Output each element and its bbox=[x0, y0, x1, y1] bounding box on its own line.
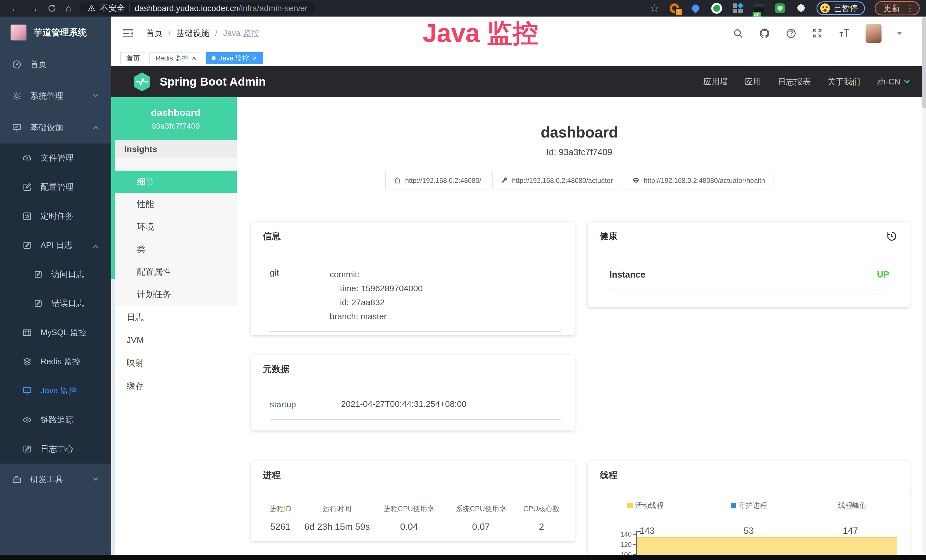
search-icon[interactable] bbox=[732, 28, 743, 39]
process-card: 进程 进程ID5261 运行时间6d 23h 15m 59s 进程CPU使用率0… bbox=[251, 461, 575, 541]
sidebar-item-infrastructure[interactable]: 基础设施 bbox=[0, 112, 111, 144]
sidebar-item-dev-tools[interactable]: 研发工具 bbox=[0, 463, 111, 495]
home-nav-icon[interactable]: ⌂ bbox=[66, 0, 71, 17]
reload-icon[interactable] bbox=[47, 4, 56, 13]
app-logo-row[interactable]: 芋道管理系统 bbox=[0, 17, 111, 48]
health-card-title: 健康 bbox=[600, 230, 617, 242]
tag-tabs-bar: 首页 Redis 监控 × Java 监控 × bbox=[111, 50, 922, 66]
sba-menu-environment[interactable]: 环境 bbox=[115, 216, 237, 238]
sba-nav-wallboard[interactable]: 应用墙 bbox=[703, 76, 728, 88]
sba-sidebar-scroll-thumb[interactable] bbox=[111, 97, 115, 279]
info-card: 信息 git commit: time: 1596289704000 id: 2… bbox=[251, 222, 575, 335]
sba-language-select[interactable]: zh-CN bbox=[877, 77, 909, 86]
service-url-link[interactable]: http://192.168.0.2:48080/ bbox=[385, 172, 489, 189]
info-value: commit: time: 1596289704000 id: 27aa832 … bbox=[330, 267, 423, 323]
github-icon[interactable] bbox=[759, 28, 770, 39]
tab-redis-monitor[interactable]: Redis 监控 × bbox=[150, 52, 202, 64]
sba-nav-applications[interactable]: 应用 bbox=[744, 76, 761, 88]
tab-home[interactable]: 首页 bbox=[120, 52, 146, 64]
sba-nav-journal[interactable]: 日志报表 bbox=[778, 76, 811, 88]
extension-grid-icon[interactable] bbox=[732, 3, 743, 14]
breadcrumb: 首页 基础设施 Java 监控 bbox=[146, 28, 259, 39]
breadcrumb-home[interactable]: 首页 bbox=[146, 28, 163, 39]
sidebar-item-config-management[interactable]: 配置管理 bbox=[0, 173, 111, 202]
sba-brand-title[interactable]: Spring Boot Admin bbox=[160, 75, 266, 88]
font-size-icon[interactable] bbox=[838, 28, 850, 39]
briefcase-icon bbox=[12, 475, 22, 484]
sidebar-item-system-management[interactable]: 系统管理 bbox=[0, 80, 111, 112]
health-instance-label: Instance bbox=[610, 269, 645, 280]
process-col-pid: 进程ID bbox=[260, 504, 301, 513]
y-axis-tick: 140 bbox=[598, 530, 632, 538]
chevron-down-icon bbox=[93, 92, 98, 97]
address-bar[interactable]: 不安全 dashboard.yudao.iocoder.cn/infra/adm… bbox=[80, 2, 315, 15]
sidebar-item-home[interactable]: 首页 bbox=[0, 48, 111, 80]
extension-pin-icon[interactable] bbox=[690, 3, 701, 14]
extension-orange-icon[interactable]: 1 bbox=[669, 3, 680, 14]
actuator-url-link[interactable]: http://192.168.0.2:48080/actuator bbox=[492, 172, 621, 189]
sidebar-item-scheduled-tasks[interactable]: 定时任务 bbox=[0, 202, 111, 231]
sidebar-item-mysql-monitor[interactable]: MySQL 监控 bbox=[0, 318, 111, 347]
browser-chrome: ← → ⌂ 不安全 dashboard.yudao.iocoder.cn/inf… bbox=[0, 0, 926, 17]
page-scroll-thumb[interactable] bbox=[922, 17, 926, 108]
fullscreen-icon[interactable] bbox=[812, 28, 823, 39]
sba-menu-metrics[interactable]: 性能 bbox=[115, 193, 237, 216]
profile-paused-chip[interactable]: 已暂停 bbox=[817, 2, 865, 15]
sidebar-item-java-monitor[interactable]: Java 监控 bbox=[0, 376, 111, 406]
row-divider bbox=[610, 289, 889, 290]
chevron-up-icon bbox=[93, 126, 98, 131]
update-label: 更新 bbox=[884, 3, 900, 14]
sba-menu-scheduled-tasks[interactable]: 计划任务 bbox=[115, 283, 237, 306]
instance-header[interactable]: dashboard 93a3fc7f7409 bbox=[115, 97, 237, 140]
sidebar-toggle-icon[interactable] bbox=[122, 28, 134, 38]
process-cores-value: 2 bbox=[517, 522, 566, 532]
annotation-text: Java 监控 bbox=[423, 16, 538, 51]
forward-icon[interactable]: → bbox=[29, 0, 38, 17]
sba-menu-jvm[interactable]: JVM bbox=[115, 328, 237, 351]
back-icon[interactable]: ← bbox=[11, 0, 20, 17]
threads-area-series bbox=[637, 537, 897, 555]
sba-menu-caches[interactable]: 缓存 bbox=[115, 374, 237, 397]
wrench-icon bbox=[501, 177, 508, 184]
sba-menu-classes[interactable]: 类 bbox=[115, 238, 237, 261]
emoji-face-icon bbox=[820, 3, 830, 13]
sidebar-item-log-center[interactable]: 日志中心 bbox=[0, 434, 111, 463]
sidebar-item-access-logs[interactable]: 访问日志 bbox=[0, 260, 111, 289]
legend-daemon-threads: 守护进程 bbox=[697, 501, 800, 510]
close-icon[interactable]: × bbox=[253, 54, 257, 62]
screen: ← → ⌂ 不安全 dashboard.yudao.iocoder.cn/inf… bbox=[0, 0, 926, 560]
chrome-update-button[interactable]: 更新 ⋮ bbox=[875, 1, 920, 15]
edit-icon bbox=[22, 444, 32, 454]
sidebar-item-file-management[interactable]: 文件管理 bbox=[0, 144, 111, 173]
extensions-puzzle-icon[interactable] bbox=[795, 3, 807, 14]
table-icon bbox=[22, 328, 32, 338]
sba-menu-logs[interactable]: 日志 bbox=[115, 306, 237, 328]
help-icon[interactable] bbox=[786, 28, 796, 39]
sba-logo-icon[interactable] bbox=[133, 72, 151, 92]
breadcrumb-infrastructure[interactable]: 基础设施 bbox=[176, 28, 209, 39]
sidebar-item-api-logs[interactable]: API 日志 bbox=[0, 231, 111, 260]
sba-nav-about[interactable]: 关于我们 bbox=[827, 76, 860, 88]
user-avatar[interactable] bbox=[865, 24, 882, 43]
history-icon[interactable] bbox=[886, 230, 898, 242]
infrastructure-submenu: 文件管理 配置管理 定时任务 API 日志 访问日志 错误日志 bbox=[0, 144, 111, 463]
sidebar-item-trace[interactable]: 链路追踪 bbox=[0, 406, 111, 434]
extension-leaf-icon[interactable] bbox=[774, 3, 786, 14]
bookmark-star-icon[interactable]: ☆ bbox=[650, 2, 659, 14]
row-divider bbox=[270, 419, 561, 420]
tab-java-monitor[interactable]: Java 监控 × bbox=[206, 52, 263, 64]
avatar-caret-icon[interactable] bbox=[897, 32, 902, 35]
y-axis-tick: 120 bbox=[598, 540, 632, 549]
extension-green-circle-icon[interactable] bbox=[711, 3, 722, 14]
active-tab-dot bbox=[212, 56, 216, 60]
sba-menu-details[interactable]: 细节 bbox=[115, 171, 237, 193]
sidebar-item-error-logs[interactable]: 错误日志 bbox=[0, 289, 111, 318]
extension-list-icon[interactable]: on bbox=[753, 3, 764, 14]
chrome-menu-icon[interactable]: ⋮ bbox=[906, 3, 914, 14]
sba-menu-config-props[interactable]: 配置属性 bbox=[115, 261, 237, 283]
security-label: 不安全 bbox=[100, 3, 125, 14]
health-url-link[interactable]: http://192.168.0.2:48080/actuator/health bbox=[624, 172, 773, 189]
sidebar-item-redis-monitor[interactable]: Redis 监控 bbox=[0, 347, 111, 376]
sba-menu-mappings[interactable]: 映射 bbox=[115, 351, 237, 374]
close-icon[interactable]: × bbox=[192, 54, 196, 62]
